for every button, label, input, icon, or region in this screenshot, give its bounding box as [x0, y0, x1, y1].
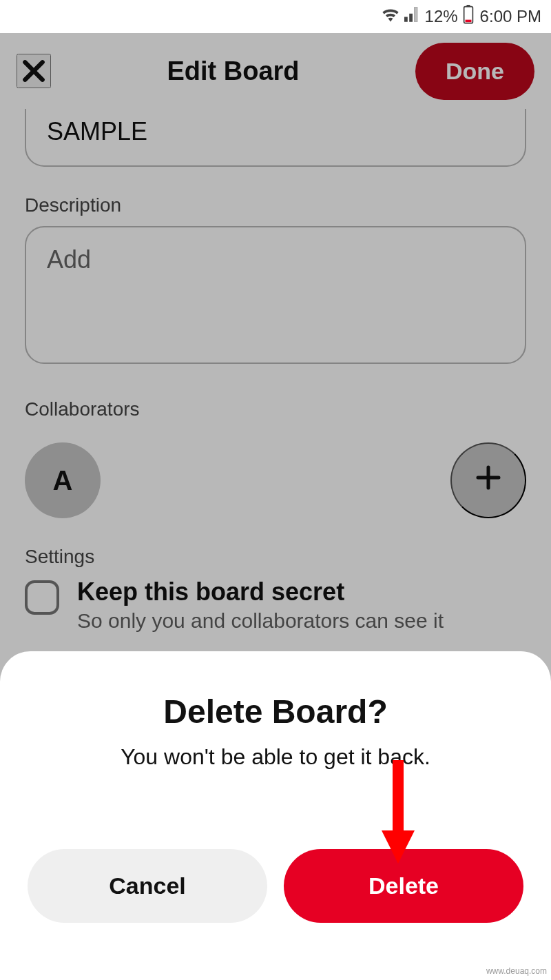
avatar[interactable]: A — [25, 442, 101, 518]
close-button[interactable] — [17, 54, 51, 88]
delete-confirm-sheet: Delete Board? You won't be able to get i… — [0, 651, 551, 956]
add-collaborator-button[interactable] — [450, 442, 526, 518]
collaborators-label: Collaborators — [25, 398, 526, 420]
done-button[interactable]: Done — [415, 43, 534, 100]
settings-label: Settings — [25, 546, 501, 568]
watermark: www.deuaq.com — [486, 966, 547, 976]
description-label: Description — [25, 194, 526, 216]
secret-subtitle: So only you and collaborators can see it — [77, 609, 444, 633]
plus-icon — [475, 464, 502, 498]
board-name-input[interactable]: SAMPLE — [25, 109, 526, 167]
top-bar: Edit Board Done — [0, 33, 551, 109]
battery-icon — [462, 5, 475, 28]
dialog-actions: Cancel Delete — [28, 849, 523, 923]
page-title: Edit Board — [51, 57, 415, 86]
secret-setting-row[interactable]: Keep this board secret So only you and c… — [25, 578, 526, 633]
svg-rect-2 — [465, 20, 471, 23]
status-bar: 12% 6:00 PM — [0, 0, 551, 33]
battery-percentage: 12% — [425, 7, 458, 26]
svg-rect-1 — [466, 5, 470, 7]
wifi-icon — [381, 7, 400, 26]
clock-time: 6:00 PM — [480, 7, 541, 26]
collaborators-row: A — [0, 430, 551, 546]
cancel-button[interactable]: Cancel — [28, 849, 267, 923]
secret-checkbox[interactable] — [25, 580, 59, 615]
description-input[interactable]: Add — [25, 226, 526, 364]
footer-strip — [0, 956, 551, 980]
dialog-title: Delete Board? — [28, 693, 523, 731]
secret-title: Keep this board secret — [77, 578, 444, 606]
dialog-subtitle: You won't be able to get it back. — [28, 744, 523, 770]
delete-button[interactable]: Delete — [284, 849, 523, 923]
signal-icon — [404, 7, 421, 26]
